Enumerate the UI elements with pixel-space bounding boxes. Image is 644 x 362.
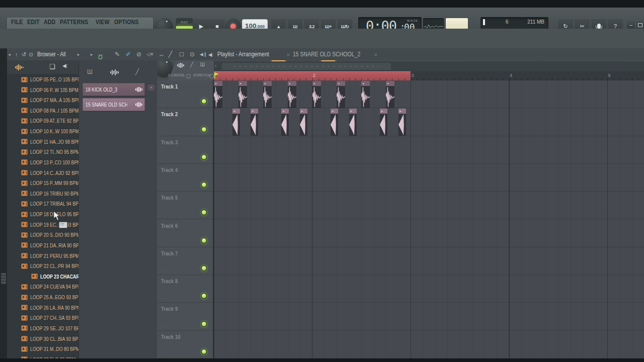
track-activity-led[interactable]	[201, 265, 207, 271]
browser-item[interactable]: LOOP 12 TI..NO 95 BPM	[7, 147, 78, 157]
browser-item[interactable]: LOOP 06 P..W 105 BPM	[7, 85, 78, 95]
picker-mini-button[interactable]: ▪	[148, 84, 154, 90]
menu-item-view[interactable]: VIEW	[96, 19, 112, 26]
track-header[interactable]: Track 1⋯	[157, 80, 213, 108]
corner-tab-audio-icon[interactable]	[177, 63, 185, 68]
brush-tool-icon[interactable]: ✐	[126, 48, 131, 60]
browser-title[interactable]: Browser - All	[37, 48, 71, 60]
browser-item[interactable]: LOOP 19 EC..OR 93 BPM	[7, 220, 78, 230]
menu-item-file[interactable]: FILE	[11, 19, 25, 26]
kick-audio-clip[interactable]: ➤	[263, 81, 272, 108]
browser-item[interactable]: LOOP 05 PE..O 105 BPM	[7, 74, 78, 84]
zoom-tool-icon[interactable]: ⊙	[190, 48, 195, 60]
browser-item[interactable]: LOOP 15 P..MM 99 BPM	[7, 178, 78, 188]
browser-item[interactable]: LOOP 25 A..EGO 93 BPM	[7, 292, 78, 302]
playlist-speaker-icon[interactable]: ◀	[208, 48, 212, 60]
corner-tab-patterns-icon[interactable]: Ш	[200, 62, 205, 67]
picker-tab-automation-icon[interactable]: ╱	[135, 68, 139, 75]
snare-audio-clip[interactable]: ➤	[300, 109, 307, 136]
slice-tool-icon[interactable]: ╱	[169, 48, 172, 60]
track-activity-led[interactable]	[201, 99, 207, 104]
kick-audio-clip[interactable]: ➤	[312, 81, 321, 108]
browser-item[interactable]: LOOP 18 DI..ELO 95 BPM	[7, 209, 78, 219]
playlist-grid[interactable]: ➤➤➤➤➤➤➤➤➤➤➤➤➤➤➤➤	[214, 80, 644, 358]
track-activity-led[interactable]	[201, 349, 207, 354]
browser-item[interactable]: LOOP 07 MA..A 105 BPM	[7, 95, 78, 105]
menu-item-options[interactable]: OPTIONS	[114, 19, 143, 26]
kick-audio-clip[interactable]: ➤	[238, 81, 247, 108]
browser-title-caret-icon[interactable]: ▸	[77, 48, 79, 60]
menu-item-add[interactable]: ADD	[44, 19, 58, 26]
browser-search-icon[interactable]: ⊙	[29, 48, 33, 60]
kick-audio-clip[interactable]: ➤	[361, 81, 370, 108]
timeline-selection[interactable]	[214, 71, 411, 80]
snare-audio-clip[interactable]: ➤	[398, 109, 406, 136]
track-header[interactable]: Track 2⋯	[157, 108, 213, 136]
track-header[interactable]: Track 4⋯	[157, 164, 213, 192]
minimize-button[interactable]: –	[627, 21, 635, 29]
stretch-checkbox[interactable]	[209, 74, 214, 78]
kick-audio-clip[interactable]: ➤	[386, 81, 394, 108]
browser-item[interactable]: LOOP 21 PERU 95 BPM	[7, 251, 78, 261]
dock-scrollbar-handle[interactable]	[1, 273, 6, 284]
select-tool-icon[interactable]: ☐	[179, 48, 184, 60]
browser-tab-files-icon[interactable]: ❏	[49, 63, 55, 70]
slip-tool-icon[interactable]: ↔	[158, 48, 165, 60]
browser-item[interactable]: LOOP 31 M..DO 80 BPM	[7, 344, 78, 354]
snare-audio-clip[interactable]: ➤	[281, 109, 289, 136]
picker-tab-audio-icon[interactable]	[110, 69, 119, 75]
browser-item[interactable]: LOOP 24 CUEVA 94 BPM	[7, 282, 78, 292]
playback-tool-icon[interactable]: ◀❙	[200, 48, 207, 60]
track-activity-led[interactable]	[201, 182, 207, 188]
snare-audio-clip[interactable]: ➤	[349, 109, 357, 136]
picker-clip[interactable]: 15 SNARE OLD SCHOO..	[83, 98, 145, 111]
track-activity-led[interactable]	[201, 154, 207, 160]
browser-item[interactable]: LOOP 09 AT..ETE 92 BPM	[7, 116, 78, 126]
browser-item[interactable]: LOOP 17 TRIBAL 94 BPM	[7, 199, 78, 209]
playback-marker-flag[interactable]	[214, 72, 219, 79]
kick-audio-clip[interactable]: ➤	[337, 81, 345, 108]
browser-item[interactable]: LOOP 26 LA..RA 90 BPM	[7, 303, 78, 313]
browser-tab-samples-icon[interactable]	[15, 64, 24, 70]
browser-tab-plugins-icon[interactable]: ◀:	[62, 63, 67, 68]
snare-audio-clip[interactable]: ➤	[331, 109, 338, 136]
browser-item[interactable]: LOOP 08 PA..I 105 BPM	[7, 106, 78, 116]
track-activity-led[interactable]	[201, 238, 207, 243]
browser-up-icon[interactable]: ↑	[15, 48, 18, 60]
playlist-timeline[interactable]: 2345	[214, 71, 644, 81]
track-header[interactable]: Track 3⋯	[157, 136, 213, 164]
browser-item[interactable]: LOOP 20 S..DIO 90 BPM	[7, 230, 78, 240]
mute-tool-icon[interactable]: ◁✕	[146, 48, 153, 60]
track-activity-led[interactable]	[201, 210, 207, 215]
browser-item[interactable]: LOOP 11 HA..JO 98 BPM	[7, 137, 78, 147]
browser-item[interactable]: LOOP 14 C..AJO 92 BPM	[7, 168, 78, 178]
pat-mode-label[interactable]: PAT	[176, 18, 193, 26]
corner-tab-automation-icon[interactable]: ╱	[190, 62, 193, 67]
browser-item[interactable]: LOOP 27 CH..SA 93 BPM	[7, 313, 78, 323]
browser-item[interactable]: LOOP 22 CL..PR 94 BPM	[7, 261, 78, 271]
pencil-tool-icon[interactable]: ✎	[115, 48, 120, 60]
track-activity-led[interactable]	[201, 321, 207, 327]
scroll-left-icon[interactable]: ‹	[215, 62, 217, 68]
browser-item[interactable]: LOOP 23 CHACARRON 120 BPM	[7, 272, 78, 282]
browser-item[interactable]: LOOP 16 TRIBU 90 BPM	[7, 189, 78, 199]
playlist-menu-icon[interactable]: ▸	[91, 48, 93, 60]
browser-item[interactable]: LOOP 29 SE..JO 107 BPM	[7, 323, 78, 333]
kick-audio-clip[interactable]: ➤	[214, 81, 222, 108]
track-header[interactable]: Track 5⋯	[157, 192, 213, 219]
picker-tab-patterns-icon[interactable]: Ш	[87, 68, 93, 75]
delete-tool-icon[interactable]: ⊘	[136, 48, 141, 60]
snare-audio-clip[interactable]: ➤	[232, 109, 240, 136]
snare-audio-clip[interactable]: ➤	[380, 109, 387, 136]
kick-audio-clip[interactable]: ➤	[288, 81, 296, 108]
snare-audio-clip[interactable]: ➤	[251, 109, 258, 136]
zcross-checkbox[interactable]	[186, 74, 191, 78]
playlist-subtitle[interactable]: 15 SNARE OLD SCHOOL_2	[293, 48, 373, 60]
browser-item[interactable]: LOOP 10 K..W 100 BPM	[7, 126, 78, 136]
browser-item[interactable]: LOOP 13 P..CO 100 BPM	[7, 157, 78, 167]
track-header[interactable]: Track 8⋯	[157, 275, 213, 303]
menu-item-patterns[interactable]: PATTERNS	[60, 19, 94, 26]
browser-collapse-icon[interactable]: ▸	[9, 48, 11, 60]
snap-magnet-icon[interactable]: Ω	[98, 48, 103, 60]
browser-undo-icon[interactable]: ↺	[22, 48, 26, 60]
